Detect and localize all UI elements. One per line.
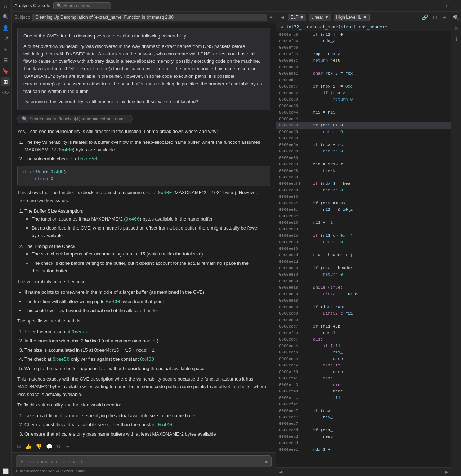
subject-dropdown-icon[interactable]: ▼ bbox=[269, 15, 273, 19]
disasm-line: 0000ef58 name bbox=[276, 369, 451, 375]
disasm-top-bar: ◀ ELF ▼ Linear ▼ High Level IL ▼ 🔗 ⊡ ⊞ bbox=[276, 12, 451, 23]
disasm-line: 0000eec4 if (r11_ bbox=[276, 343, 451, 349]
disasm-line: 0000ef4c r11_ bbox=[276, 395, 451, 401]
disasm-content[interactable]: 0000efb6 if (r12 != 0 0000efb6 rdx_3 = 0… bbox=[276, 31, 451, 467]
disasm-line: 0000ee30 return 0 bbox=[276, 271, 451, 278]
path5: Writing to the name buffer happens later… bbox=[24, 365, 270, 372]
sidebar-icon-bottom[interactable]: ⬜ bbox=[1, 467, 10, 476]
link-icon[interactable]: 🔗 bbox=[420, 14, 429, 21]
disasm-line: 0000ef20 result = bbox=[276, 330, 451, 336]
vuln-bullets: If name points to somewhere in the middl… bbox=[17, 288, 270, 314]
disasm-line: 0000ee30 bbox=[276, 135, 451, 142]
top-bar: Analysis Console 🔍 Search pages + = bbox=[12, 0, 461, 12]
vuln-b2: The function will still allow writing up… bbox=[24, 298, 270, 305]
disasm-line: 0000ee68 break bbox=[276, 168, 451, 174]
send-button[interactable]: ➤ bbox=[264, 458, 269, 465]
disasm-line: 0000efba *pp = rdx_3 bbox=[276, 51, 451, 57]
vuln-occurs-title: The vulnerability occurs because: bbox=[17, 278, 270, 285]
disasm-line: 0000eeb0 uint32_t r11 bbox=[276, 310, 451, 317]
disasm-line: 0000ee30 bbox=[276, 278, 451, 284]
expand-icon[interactable]: ⊞ bbox=[441, 14, 448, 21]
sidebar-icon-home[interactable]: ⌂ bbox=[1, 1, 10, 11]
disasm-line-highlighted[interactable]: 0000ee50 if (r15 u> 0 bbox=[276, 122, 451, 129]
disasm-panel: ◀ ELF ▼ Linear ▼ High Level IL ▼ 🔗 ⊡ ⊞ bbox=[276, 12, 451, 476]
disasm-line: 0000ee30 return 0 bbox=[276, 187, 451, 193]
disasm-line: 0000ee42 if (rbx_2 != bbox=[276, 90, 451, 96]
disasm-line: 0000ede1 char rbx_2 = rcx bbox=[276, 70, 451, 77]
comment-icon[interactable]: 💬 bbox=[46, 442, 52, 451]
conclusion-text: This matches exactly with the CVE descri… bbox=[17, 375, 270, 398]
disasm-line: 0000ee3c bbox=[276, 64, 451, 70]
disasm-line: 0000ee68 bbox=[276, 174, 451, 181]
disasm-nav-back[interactable]: ◀ bbox=[279, 14, 286, 21]
disasm-line: 0000eeb7 else bbox=[276, 336, 451, 343]
linear-dropdown[interactable]: Linear ▼ bbox=[309, 14, 331, 21]
split-icon[interactable]: ⊡ bbox=[431, 14, 439, 21]
path3: The size is accumulated in r15 at 0xee44… bbox=[24, 346, 270, 354]
disasm-line: 0000ee1d r10 = header + ( bbox=[276, 252, 451, 258]
vuln-b3: This could overflow beyond the actual en… bbox=[24, 307, 270, 314]
disasm-line: 0000ee30 return 0 bbox=[276, 239, 451, 245]
refresh-icon[interactable]: ↻ bbox=[57, 442, 61, 451]
fix3: Or ensure that all callers only pass nam… bbox=[24, 430, 270, 438]
right-sidebar-info-icon[interactable]: ℹ bbox=[452, 35, 461, 44]
highlevel-dropdown[interactable]: High Level IL ▼ bbox=[334, 14, 370, 21]
path4: The check at 0xee50 only verifies agains… bbox=[24, 355, 270, 363]
highlevel-chevron: ▼ bbox=[363, 15, 367, 20]
disasm-line: 0000eedd resu bbox=[276, 433, 451, 440]
issue1-b2: But as described in the CVE, when name i… bbox=[32, 224, 270, 240]
sidebar-icon-search[interactable]: 🔍 bbox=[1, 12, 10, 22]
disasm-bottom-left[interactable]: ◀ bbox=[279, 470, 282, 475]
disasm-line: 0000eee1 rdx_3 += bbox=[276, 446, 451, 453]
sidebar-icon-branch[interactable]: ⎇ bbox=[1, 34, 10, 43]
issue1-b1: The function assumes it has MAXDNAME*2 (… bbox=[32, 215, 270, 223]
split-container: Subject: Cleaning Up Decompilation of `e… bbox=[12, 12, 461, 476]
elf-chevron: ▼ bbox=[300, 15, 304, 20]
sidebar-icon-person[interactable]: 👤 bbox=[1, 23, 10, 32]
func-sig-nav-icon[interactable]: ◀ bbox=[281, 25, 283, 30]
issue2-bullets: The size check happens after accumulatin… bbox=[24, 250, 270, 275]
elf-label: ELF bbox=[290, 15, 298, 20]
sidebar-icon-code[interactable]: </> bbox=[1, 88, 10, 97]
right-sidebar-search-icon[interactable]: 🔍 bbox=[452, 13, 461, 22]
sidebar-icon-layers[interactable]: ☰ bbox=[1, 55, 10, 65]
disasm-line: 0000ee30 bbox=[276, 193, 451, 200]
path2: In the inner loop when rbx_2 != 0xc0 (no… bbox=[24, 337, 270, 344]
elf-dropdown[interactable]: ELF ▼ bbox=[288, 14, 306, 21]
add-button[interactable]: + bbox=[444, 2, 449, 9]
disasm-line: 0000ee0c bbox=[276, 213, 451, 219]
code-line2: return 0 bbox=[22, 176, 265, 183]
disasm-line: 0000eedd if (r11_ bbox=[276, 427, 451, 433]
disasm-line: 0000ee10 r13 += 1 bbox=[276, 219, 451, 226]
chat-input[interactable] bbox=[16, 455, 272, 467]
sidebar-icon-bookmark[interactable]: 🔖 bbox=[1, 66, 10, 76]
menu-button[interactable]: = bbox=[452, 2, 458, 9]
issue1-bullets: The function assumes it has MAXDNAME*2 (… bbox=[24, 215, 270, 240]
thumbs-up-icon[interactable]: 👍 bbox=[25, 442, 31, 451]
disasm-line: 0000eed7 if (rcx_ bbox=[276, 408, 451, 414]
search-binary-pill: 🔍 Search binary: /function[@name == 'ext… bbox=[17, 115, 133, 123]
disasm-line: 0000ee30 bbox=[276, 103, 451, 109]
path-title: The specific vulnerable path is: bbox=[17, 317, 270, 325]
sidebar-icon-warning[interactable]: ⚠ bbox=[1, 45, 10, 54]
thumbs-down-icon[interactable]: 👎 bbox=[36, 442, 42, 451]
sidebar-icon-grid[interactable]: ⊞ bbox=[1, 77, 10, 86]
disasm-bottom-right[interactable]: ▶ bbox=[445, 470, 448, 475]
vulnerable-code-block: if (r15 u> 0x400) return 0 bbox=[17, 166, 270, 186]
cve-info-box: One of the CVE's for this dnsmasq versio… bbox=[17, 28, 270, 110]
search-binary-icon: 🔍 bbox=[22, 116, 27, 121]
disasm-line: 0000eea8 uint32_t rcx_5 = bbox=[276, 291, 451, 297]
disasm-line: 0000ee3c return resu bbox=[276, 57, 451, 64]
share-icon[interactable]: → bbox=[65, 442, 70, 451]
subject-value[interactable]: Cleaning Up Decompilation of `extract_na… bbox=[32, 14, 267, 21]
search-icon: 🔍 bbox=[57, 3, 62, 8]
chat-messages[interactable]: One of the CVE's for this dnsmasq versio… bbox=[12, 23, 276, 452]
disasm-line: 0000ee1d bbox=[276, 258, 451, 265]
fix1: Take an additional parameter specifying … bbox=[24, 412, 270, 419]
copy-icon[interactable]: ⧉ bbox=[17, 442, 21, 451]
path1: Enter the main loop at 0xedca bbox=[24, 328, 270, 335]
cve-line1: One of the CVE's for this dnsmasq versio… bbox=[23, 32, 264, 40]
right-sidebar-settings-icon[interactable]: ⚙ bbox=[452, 24, 461, 33]
search-box[interactable]: 🔍 Search pages bbox=[53, 2, 111, 9]
disasm-line: 0000ee5e if (rcx + rc bbox=[276, 142, 451, 148]
